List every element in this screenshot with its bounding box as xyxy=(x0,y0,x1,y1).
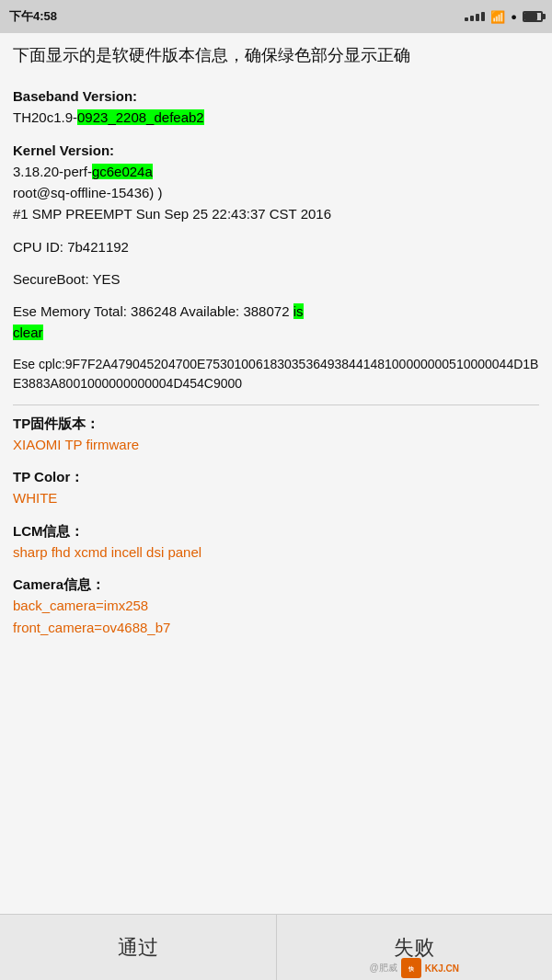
camera-line2: front_camera=ov4688_b7 xyxy=(13,620,170,635)
cpu-line: CPU ID: 7b421192 xyxy=(13,239,129,255)
ese-cplc-label: Ese cplc: xyxy=(13,357,65,371)
divider-1 xyxy=(13,405,539,405)
kernel-line3: #1 SMP PREEMPT Sun Sep 25 22:43:37 CST 2… xyxy=(13,206,331,222)
lcm-value: sharp fhd xcmd incell dsi panel xyxy=(13,544,201,560)
tp-firmware-label: TP固件版本： xyxy=(13,416,99,431)
main-content: 下面显示的是软硬件版本信息，确保绿色部分显示正确 Baseband Versio… xyxy=(0,33,552,914)
tp-color-value: WHITE xyxy=(13,490,57,506)
ese-cplc-value: 9F7F2A479045204700E753010061830353649384… xyxy=(13,357,538,391)
ese-memory-block: Ese Memory Total: 386248 Available: 3880… xyxy=(13,301,539,344)
kkj-logo-icon: 快 xyxy=(401,958,421,978)
ese-memory-is-highlight: is xyxy=(293,303,304,319)
baseband-prefix: TH20c1.9- xyxy=(13,109,77,125)
baseband-block: Baseband Version: TH20c1.9-0923_2208_def… xyxy=(13,85,539,129)
kernel-prefix: 3.18.20-perf- xyxy=(13,164,92,179)
tp-firmware-value: XIAOMI TP firmware xyxy=(13,437,139,452)
cpu-block: CPU ID: 7b421192 xyxy=(13,236,539,257)
svg-text:快: 快 xyxy=(408,965,415,972)
sim-icon: ● xyxy=(511,11,517,22)
watermark-author: @肥威 xyxy=(370,962,397,974)
tp-color-label: TP Color： xyxy=(13,469,84,484)
pass-button[interactable]: 通过 xyxy=(0,915,277,980)
bottom-bar: 通过 失败 @肥威 快 KKJ.CN xyxy=(0,914,552,980)
ese-memory-prefix: Ese Memory Total: 386248 Available: 3880… xyxy=(13,303,293,319)
kkj-brand: KKJ.CN xyxy=(425,963,459,974)
fail-container: 失败 @肥威 快 KKJ.CN xyxy=(277,915,553,980)
status-time: 下午4:58 xyxy=(9,8,57,25)
kernel-highlight: gc6e024a xyxy=(92,164,153,179)
status-icons: 📶 ● xyxy=(465,10,543,24)
kernel-line2: root@sq-offline-15436) ) xyxy=(13,185,163,200)
status-bar: 下午4:58 📶 ● xyxy=(0,0,552,33)
camera-line1: back_camera=imx258 xyxy=(13,598,148,613)
tp-firmware-block: TP固件版本： XIAOMI TP firmware xyxy=(13,413,539,456)
tp-color-block: TP Color： WHITE xyxy=(13,466,539,509)
signal-icon xyxy=(465,12,485,21)
secureboot-block: SecureBoot: YES xyxy=(13,268,539,290)
lcm-label: LCM信息： xyxy=(13,523,85,539)
camera-label: Camera信息： xyxy=(13,576,105,592)
wifi-icon: 📶 xyxy=(490,10,505,24)
secureboot-text: SecureBoot: YES xyxy=(13,271,120,287)
watermark: @肥威 快 KKJ.CN xyxy=(277,958,553,978)
fail-button[interactable]: 失败 xyxy=(394,934,434,962)
kernel-block: Kernel Version: 3.18.20-perf-gc6e024a ro… xyxy=(13,140,539,225)
kernel-label: Kernel Version: xyxy=(13,142,114,158)
lcm-block: LCM信息： sharp fhd xcmd incell dsi panel xyxy=(13,520,539,564)
baseband-label: Baseband Version: xyxy=(13,88,137,104)
intro-text: 下面显示的是软硬件版本信息，确保绿色部分显示正确 xyxy=(13,44,539,67)
battery-icon xyxy=(523,11,543,22)
ese-cplc-block: Ese cplc:9F7F2A479045204700E753010061830… xyxy=(13,355,539,393)
baseband-highlight: 0923_2208_defeab2 xyxy=(77,109,204,125)
camera-block: Camera信息： back_camera=imx258 front_camer… xyxy=(13,574,539,638)
ese-clear-highlight: clear xyxy=(13,325,43,340)
